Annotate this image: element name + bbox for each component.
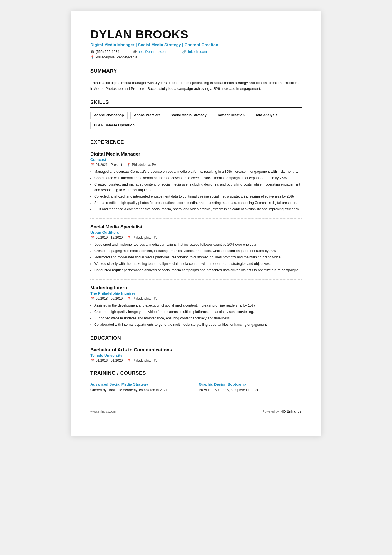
list-item: Coordinated with internal and external p… xyxy=(94,175,302,181)
training-grid: Advanced Social Media StrategyOffered by… xyxy=(90,382,302,393)
dates-item: 📅 06/2019 - 12/2020 xyxy=(90,236,123,240)
list-item: Managed and oversaw Comcast's presence o… xyxy=(94,169,302,174)
list-item: Built and managed a comprehensive social… xyxy=(94,206,302,212)
skill-item: Content Creation xyxy=(213,112,248,119)
summary-heading: SUMMARY xyxy=(90,68,302,76)
summary-text: Enthusiastic digital media manager with … xyxy=(90,80,302,92)
location-row: 📍 Philadelphia, Pennsylvania xyxy=(90,55,302,60)
location-icon: 📍 xyxy=(127,297,131,300)
list-item: Conducted regular performance analysis o… xyxy=(94,267,302,273)
company-name: Comcast xyxy=(90,157,302,162)
email-address: help@enhancv.com xyxy=(138,50,168,54)
edu-location: Philadelphia, PA xyxy=(132,359,157,362)
skill-item: Adobe Premiere xyxy=(130,112,164,119)
experience-section: EXPERIENCE Digital Media ManagerComcast … xyxy=(90,139,302,327)
list-item: Captured high-quality imagery and video … xyxy=(94,309,302,315)
footer-website: www.enhancv.com xyxy=(90,410,116,413)
list-item: Created engaging multimedia content, inc… xyxy=(94,248,302,254)
resume-page: DYLAN BROOKS Digital Media Manager | Soc… xyxy=(71,11,321,436)
training-title: Graphic Design Bootcamp xyxy=(199,382,302,386)
skills-section: SKILLS Adobe PhotoshopAdobe PremiereSoci… xyxy=(90,100,302,132)
powered-by: Powered by Enhancv xyxy=(263,409,302,413)
job-location: Philadelphia, PA xyxy=(132,236,157,240)
education-heading: EDUCATION xyxy=(90,335,302,343)
skills-heading: SKILLS xyxy=(90,100,302,108)
training-desc: Offered by Hootsuite Academy, completed … xyxy=(90,388,193,393)
list-item: Worked closely with the marketing team t… xyxy=(94,261,302,267)
job-location: Philadelphia, PA xyxy=(132,297,157,300)
location-contact: 📍 Philadelphia, Pennsylvania xyxy=(90,55,137,59)
summary-section: SUMMARY Enthusiastic digital media manag… xyxy=(90,68,302,92)
training-desc: Provided by Udemy, completed in 2020. xyxy=(199,388,302,393)
jobs-container: Digital Media ManagerComcast 📅 01/2021 -… xyxy=(90,151,302,327)
list-item: Created, curated, and managed content fo… xyxy=(94,182,302,193)
linkedin-url: linkedin.com xyxy=(187,50,207,54)
job-title: Social Media Specialist xyxy=(90,224,302,230)
page-footer: www.enhancv.com Powered by Enhancv xyxy=(90,409,302,413)
calendar-icon: 📅 xyxy=(90,236,95,240)
edu-dates-item: 📅 01/2016 - 01/2020 xyxy=(90,359,123,362)
location-icon: 📍 xyxy=(127,236,131,240)
email-contact: @ help@enhancv.com xyxy=(133,50,168,54)
skill-item: Adobe Photoshop xyxy=(90,112,128,119)
list-item: Collected, analyzed, and interpreted eng… xyxy=(94,194,302,199)
location-icon: 📍 xyxy=(126,163,131,167)
calendar-icon: 📅 xyxy=(90,359,95,362)
job-meta: 📅 06/2019 - 12/2020 📍 Philadelphia, PA xyxy=(90,236,302,240)
powered-by-label: Powered by xyxy=(263,410,279,413)
calendar-icon: 📅 xyxy=(90,297,95,300)
training-title: Advanced Social Media Strategy xyxy=(90,382,193,386)
job-dates: 01/2021 - Present xyxy=(96,163,122,167)
header: DYLAN BROOKS Digital Media Manager | Soc… xyxy=(90,28,302,60)
phone-contact: ☎ (555) 555-1234 xyxy=(90,50,119,54)
job-dates: 06/2018 - 05/2019 xyxy=(96,297,123,300)
training-item: Advanced Social Media StrategyOffered by… xyxy=(90,382,193,393)
skill-item: Social Media Strategy xyxy=(167,112,210,119)
education-section: EDUCATION Bachelor of Arts in Communicat… xyxy=(90,335,302,362)
location-text: Philadelphia, Pennsylvania xyxy=(96,55,137,59)
job-title: Digital Media Manager xyxy=(90,151,302,157)
dates-item: 📅 01/2021 - Present xyxy=(90,163,122,167)
skill-item: Data Analysis xyxy=(251,112,281,119)
bullet-list: Assisted in the development and executio… xyxy=(90,303,302,327)
job-entry: Marketing InternThe Philadelphia Inquire… xyxy=(90,285,302,327)
dates-item: 📅 06/2018 - 05/2019 xyxy=(90,297,123,300)
edu-school: Temple University xyxy=(90,353,302,357)
candidate-name: DYLAN BROOKS xyxy=(90,28,302,41)
bullet-list: Developed and implemented social media c… xyxy=(90,242,302,273)
training-section: TRAINING / COURSES Advanced Social Media… xyxy=(90,370,302,393)
edu-location-item: 📍 Philadelphia, PA xyxy=(127,359,157,362)
list-item: Developed and implemented social media c… xyxy=(94,242,302,247)
link-icon: 🔗 xyxy=(182,50,186,54)
job-dates: 06/2019 - 12/2020 xyxy=(96,236,123,240)
location-item: 📍 Philadelphia, PA xyxy=(126,163,156,167)
company-name: Urban Outfitters xyxy=(90,230,302,235)
linkedin-contact: 🔗 linkedin.com xyxy=(182,50,207,54)
skills-grid: Adobe PhotoshopAdobe PremiereSocial Medi… xyxy=(90,112,302,132)
location-item: 📍 Philadelphia, PA xyxy=(127,297,157,300)
contact-row: ☎ (555) 555-1234 @ help@enhancv.com 🔗 li… xyxy=(90,50,302,55)
job-meta: 📅 01/2021 - Present 📍 Philadelphia, PA xyxy=(90,163,302,167)
location-icon: 📍 xyxy=(127,359,131,362)
enhancv-brand: Enhancv xyxy=(287,409,302,413)
bullet-list: Managed and oversaw Comcast's presence o… xyxy=(90,169,302,212)
training-item: Graphic Design BootcampProvided by Udemy… xyxy=(199,382,302,393)
job-entry: Digital Media ManagerComcast 📅 01/2021 -… xyxy=(90,151,302,219)
job-title: Marketing Intern xyxy=(90,285,302,291)
list-item: Assisted in the development and executio… xyxy=(94,303,302,308)
edu-meta: 📅 01/2016 - 01/2020 📍 Philadelphia, PA xyxy=(90,359,302,362)
edu-dates: 01/2016 - 01/2020 xyxy=(96,359,123,362)
list-item: Shot and edited high-quality photos for … xyxy=(94,200,302,206)
edu-degree: Bachelor of Arts in Communications xyxy=(90,347,302,353)
location-item: 📍 Philadelphia, PA xyxy=(127,236,157,240)
location-icon: 📍 xyxy=(90,55,95,59)
job-location: Philadelphia, PA xyxy=(132,163,156,167)
job-entry: Social Media SpecialistUrban Outfitters … xyxy=(90,224,302,280)
enhancv-logo: Enhancv xyxy=(281,409,302,413)
calendar-icon: 📅 xyxy=(90,163,95,167)
email-icon: @ xyxy=(133,50,137,54)
phone-number: (555) 555-1234 xyxy=(96,50,119,54)
experience-heading: EXPERIENCE xyxy=(90,139,302,147)
list-item: Supported website updates and maintenanc… xyxy=(94,315,302,321)
list-item: Monitored and moderated social media pla… xyxy=(94,255,302,260)
